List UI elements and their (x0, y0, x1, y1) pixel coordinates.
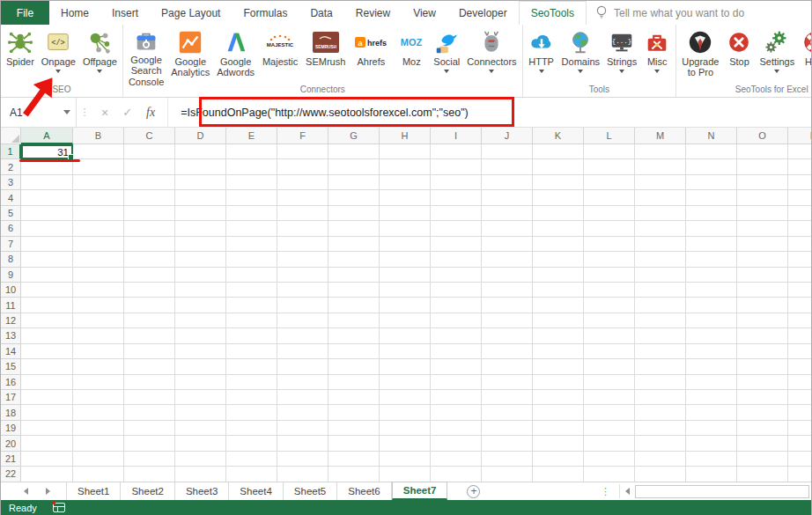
cell-G16[interactable] (328, 375, 380, 390)
cell-I14[interactable] (431, 344, 482, 359)
cell-N6[interactable] (686, 221, 737, 236)
cell-L11[interactable] (584, 298, 635, 313)
cell-J13[interactable] (482, 328, 533, 343)
cell-D18[interactable] (175, 405, 226, 420)
social-button[interactable]: Social (430, 26, 463, 83)
cell-A9[interactable] (21, 268, 73, 283)
cell-P22[interactable] (788, 467, 811, 482)
cell-N12[interactable] (686, 313, 737, 328)
cell-N21[interactable] (686, 452, 737, 467)
column-header-L[interactable]: L (584, 128, 635, 144)
cell-N2[interactable] (686, 159, 737, 174)
cell-J5[interactable] (482, 206, 533, 221)
cell-H6[interactable] (380, 221, 431, 236)
cell-N14[interactable] (686, 344, 737, 359)
cell-C5[interactable] (124, 206, 175, 221)
formula-bar-input[interactable]: =IsFoundOnPage("http://www.seotoolsforex… (168, 98, 811, 127)
cell-G14[interactable] (328, 344, 380, 359)
cell-A4[interactable] (21, 190, 73, 205)
tab-home[interactable]: Home (49, 1, 100, 25)
cell-B22[interactable] (73, 467, 124, 482)
cell-C3[interactable] (124, 175, 175, 190)
cell-E9[interactable] (226, 268, 277, 283)
cell-G12[interactable] (328, 313, 380, 328)
cell-D5[interactable] (175, 206, 226, 221)
cell-O17[interactable] (737, 390, 788, 405)
cell-E10[interactable] (226, 283, 277, 298)
cell-D22[interactable] (175, 467, 226, 482)
cell-E20[interactable] (226, 436, 277, 451)
cell-F20[interactable] (277, 436, 328, 451)
cell-M19[interactable] (635, 421, 686, 436)
column-header-B[interactable]: B (73, 128, 124, 144)
cell-B12[interactable] (73, 313, 124, 328)
cell-M12[interactable] (635, 313, 686, 328)
cell-D8[interactable] (175, 252, 226, 267)
cell-B20[interactable] (73, 436, 124, 451)
cell-K16[interactable] (533, 375, 584, 390)
cell-C4[interactable] (124, 190, 175, 205)
tab-insert[interactable]: Insert (100, 1, 150, 25)
cell-L1[interactable] (584, 144, 635, 159)
cell-G6[interactable] (328, 221, 380, 236)
cell-I15[interactable] (431, 359, 482, 374)
cell-B2[interactable] (73, 159, 124, 174)
cell-A20[interactable] (21, 436, 73, 451)
cell-B4[interactable] (73, 190, 124, 205)
cell-J6[interactable] (482, 221, 533, 236)
tab-developer[interactable]: Developer (447, 1, 519, 25)
cell-E17[interactable] (226, 390, 277, 405)
cell-A10[interactable] (21, 283, 73, 298)
cell-O20[interactable] (737, 436, 788, 451)
cell-B13[interactable] (73, 328, 124, 343)
row-header-18[interactable]: 18 (1, 405, 21, 420)
cell-J1[interactable] (482, 144, 533, 159)
cell-D7[interactable] (175, 237, 226, 252)
cell-I13[interactable] (431, 328, 482, 343)
cell-D16[interactable] (175, 375, 226, 390)
row-header-10[interactable]: 10 (1, 283, 21, 298)
cell-H1[interactable] (380, 144, 431, 159)
http-button[interactable]: HTTP (525, 26, 558, 83)
cell-A3[interactable] (21, 175, 73, 190)
cell-G10[interactable] (328, 283, 380, 298)
cell-O14[interactable] (737, 344, 788, 359)
cell-C17[interactable] (124, 390, 175, 405)
cell-D19[interactable] (175, 421, 226, 436)
row-header-4[interactable]: 4 (1, 190, 21, 205)
cell-C20[interactable] (124, 436, 175, 451)
cell-L3[interactable] (584, 175, 635, 190)
cell-L2[interactable] (584, 159, 635, 174)
cell-G9[interactable] (328, 268, 380, 283)
sheet-tab-sheet6[interactable]: Sheet6 (337, 482, 391, 500)
cell-F17[interactable] (277, 390, 328, 405)
cell-A12[interactable] (21, 313, 73, 328)
cell-P9[interactable] (788, 268, 811, 283)
select-all-corner[interactable] (1, 128, 21, 144)
cell-J21[interactable] (482, 452, 533, 467)
cell-O15[interactable] (737, 359, 788, 374)
cell-F15[interactable] (277, 359, 328, 374)
cell-C16[interactable] (124, 375, 175, 390)
cell-D10[interactable] (175, 283, 226, 298)
cell-H13[interactable] (380, 328, 431, 343)
cell-A2[interactable] (21, 159, 73, 174)
tab-data[interactable]: Data (299, 1, 343, 25)
column-header-K[interactable]: K (533, 128, 584, 144)
sheet-tab-sheet5[interactable]: Sheet5 (284, 482, 337, 500)
column-header-D[interactable]: D (175, 128, 226, 144)
cell-M3[interactable] (635, 175, 686, 190)
cell-A19[interactable] (21, 421, 73, 436)
cell-H5[interactable] (380, 206, 431, 221)
cell-K17[interactable] (533, 390, 584, 405)
cell-B1[interactable] (73, 144, 124, 159)
column-header-F[interactable]: F (277, 128, 328, 144)
cell-E2[interactable] (226, 159, 277, 174)
cell-B11[interactable] (73, 298, 124, 313)
cell-E5[interactable] (226, 206, 277, 221)
cell-K12[interactable] (533, 313, 584, 328)
cell-E6[interactable] (226, 221, 277, 236)
cell-L6[interactable] (584, 221, 635, 236)
hscroll-left-icon[interactable] (619, 484, 635, 498)
cell-N8[interactable] (686, 252, 737, 267)
